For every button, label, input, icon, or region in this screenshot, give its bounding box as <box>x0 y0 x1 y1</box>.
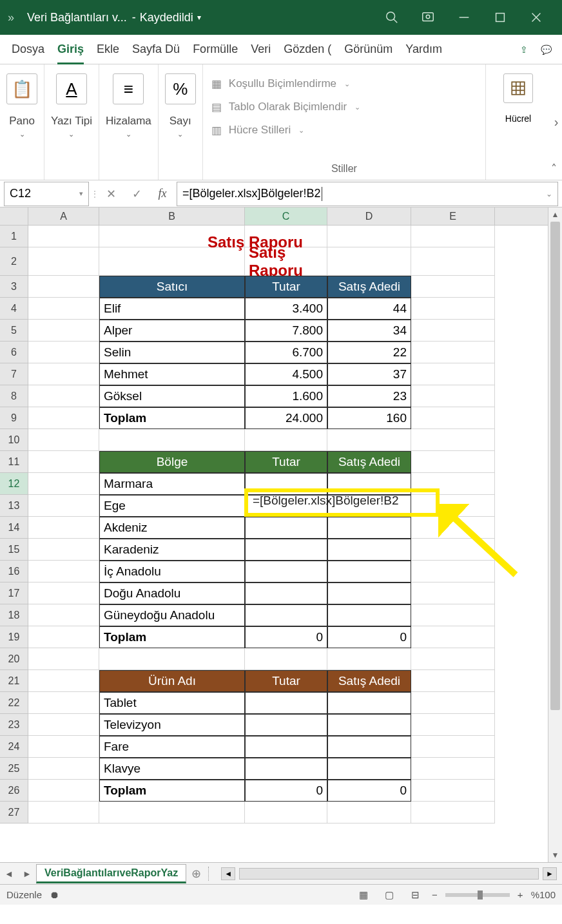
normal-view-icon[interactable]: ▦ <box>354 889 373 901</box>
cancel-formula-icon[interactable]: ✕ <box>98 187 124 201</box>
cell[interactable] <box>245 473 327 495</box>
cell[interactable] <box>411 247 495 276</box>
cell[interactable] <box>28 758 99 780</box>
alignment-icon[interactable]: ≡ <box>113 73 144 104</box>
sheet-nav-next-icon[interactable]: ► <box>18 869 36 879</box>
chevron-down-icon[interactable]: ⌄ <box>546 189 552 198</box>
accept-formula-icon[interactable]: ✓ <box>124 187 150 201</box>
cell[interactable]: 0 <box>245 780 327 802</box>
cell[interactable] <box>411 473 495 495</box>
share-icon[interactable]: ⇪ <box>514 40 534 59</box>
cell[interactable] <box>245 517 327 539</box>
row-header[interactable]: 26 <box>0 780 28 802</box>
cell[interactable] <box>411 451 495 473</box>
column-header[interactable]: A <box>28 207 99 225</box>
cell[interactable]: 3.400 <box>245 298 327 320</box>
cell[interactable]: Satış Adedi <box>327 451 411 473</box>
cell[interactable] <box>28 298 99 320</box>
cell[interactable] <box>28 247 99 276</box>
scroll-up-icon[interactable]: ▲ <box>548 207 562 222</box>
cell[interactable] <box>28 561 99 582</box>
cell[interactable] <box>327 517 411 539</box>
cell[interactable] <box>411 670 495 692</box>
fx-icon[interactable]: fx <box>150 187 175 200</box>
cell[interactable] <box>411 407 495 429</box>
cell[interactable]: Elif <box>99 298 245 320</box>
row-header[interactable]: 2 <box>0 247 28 276</box>
cell[interactable]: 7.800 <box>245 320 327 342</box>
format-as-table-button[interactable]: ▤Tablo Olarak Biçimlendir ⌄ <box>209 95 479 119</box>
cell[interactable] <box>327 736 411 758</box>
column-header[interactable]: B <box>99 207 245 225</box>
cell[interactable] <box>28 670 99 692</box>
cell[interactable]: Selin <box>99 342 245 363</box>
cell[interactable]: Tutar <box>245 276 327 298</box>
cell[interactable]: Klavye <box>99 758 245 780</box>
cell[interactable]: 4.500 <box>245 363 327 385</box>
cell[interactable]: Toplam <box>99 626 245 648</box>
number-icon[interactable]: % <box>165 73 196 104</box>
cell[interactable] <box>28 736 99 758</box>
row-header[interactable]: 19 <box>0 626 28 648</box>
cell[interactable]: 44 <box>327 298 411 320</box>
cell[interactable] <box>28 342 99 363</box>
cell[interactable] <box>327 758 411 780</box>
row-header[interactable]: 7 <box>0 363 28 385</box>
select-all-button[interactable] <box>0 207 28 225</box>
cell[interactable] <box>28 363 99 385</box>
cell[interactable] <box>411 714 495 736</box>
macro-recorder-icon[interactable]: ⏺ <box>50 889 59 900</box>
cell[interactable] <box>28 517 99 539</box>
cell[interactable] <box>245 429 327 451</box>
row-header[interactable]: 20 <box>0 648 28 670</box>
cell[interactable] <box>28 802 99 823</box>
scroll-right-icon[interactable]: ► <box>543 867 557 880</box>
account-icon[interactable] <box>410 0 446 35</box>
cell[interactable] <box>411 626 495 648</box>
cell[interactable]: Satış Adedi <box>327 276 411 298</box>
cell[interactable] <box>411 604 495 626</box>
cell[interactable] <box>28 226 99 247</box>
cell[interactable]: Mehmet <box>99 363 245 385</box>
cell[interactable] <box>99 429 245 451</box>
cell[interactable] <box>411 276 495 298</box>
cell[interactable]: Tutar <box>245 451 327 473</box>
page-layout-view-icon[interactable]: ▢ <box>380 889 398 901</box>
cell[interactable] <box>411 320 495 342</box>
cell[interactable] <box>411 692 495 714</box>
name-box[interactable]: C12▾ <box>4 182 89 206</box>
cell[interactable] <box>411 539 495 561</box>
cell[interactable]: Alper <box>99 320 245 342</box>
horizontal-scrollbar[interactable]: ◄ ► <box>216 867 562 880</box>
cell[interactable] <box>327 473 411 495</box>
row-header[interactable]: 9 <box>0 407 28 429</box>
comments-icon[interactable]: 💬 <box>536 40 556 59</box>
zoom-out-icon[interactable]: − <box>432 889 438 900</box>
cell[interactable] <box>411 385 495 407</box>
cell[interactable] <box>327 802 411 823</box>
row-header[interactable]: 11 <box>0 451 28 473</box>
tab-view[interactable]: Görünüm <box>339 35 398 64</box>
row-header[interactable]: 22 <box>0 692 28 714</box>
zoom-level[interactable]: %100 <box>531 889 556 900</box>
cell[interactable] <box>28 473 99 495</box>
cell[interactable] <box>411 342 495 363</box>
cell[interactable] <box>99 648 245 670</box>
cell[interactable] <box>327 561 411 582</box>
cell[interactable]: Fare <box>99 736 245 758</box>
cell[interactable] <box>327 582 411 604</box>
cell[interactable]: Güneydoğu Anadolu <box>99 604 245 626</box>
cell[interactable] <box>245 582 327 604</box>
scroll-thumb[interactable] <box>550 222 560 710</box>
search-icon[interactable] <box>374 0 410 35</box>
row-header[interactable]: 3 <box>0 276 28 298</box>
row-header[interactable]: 14 <box>0 517 28 539</box>
cell[interactable]: Tablet <box>99 692 245 714</box>
cell[interactable] <box>28 582 99 604</box>
row-header[interactable]: 23 <box>0 714 28 736</box>
row-header[interactable]: 1 <box>0 226 28 247</box>
cell[interactable] <box>99 802 245 823</box>
cell[interactable] <box>28 780 99 802</box>
sheet-tab[interactable]: VeriBağlantılarıveRaporYaz <box>36 864 186 883</box>
zoom-slider[interactable] <box>445 893 510 897</box>
